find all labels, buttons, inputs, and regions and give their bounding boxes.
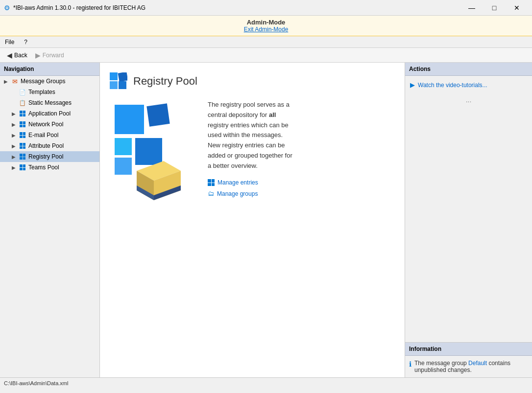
manage-entries-link[interactable]: Manage entries [208, 179, 395, 186]
sidebar-title: Navigation [0, 63, 99, 76]
sidebar-item-registry-pool[interactable]: ▶ Registry Pool [0, 151, 99, 162]
info-title: Information [405, 343, 532, 356]
close-button[interactable]: ✕ [506, 0, 528, 16]
admin-mode-bar: Admin-Mode Exit Admin-Mode [0, 16, 532, 36]
expand-arrow-icon: ▶ [12, 154, 17, 160]
exit-admin-mode-link[interactable]: Exit Admin-Mode [3, 26, 529, 33]
expand-arrow-icon: ▶ [12, 122, 17, 127]
sidebar-item-message-groups[interactable]: ▶ ✉ Message Groups [0, 76, 99, 87]
forward-label: Forward [43, 52, 64, 59]
titlebar-left: ⚙ *IBI-aws Admin 1.30.0 - registered for… [4, 4, 145, 12]
watch-tutorials-link[interactable]: ▶ Watch the video-tutorials... [409, 80, 528, 90]
back-button[interactable]: ◀ Back [4, 50, 30, 60]
sidebar-item-label: Attribute Pool [28, 142, 64, 149]
app-title: *IBI-aws Admin 1.30.0 - registered for I… [13, 4, 145, 11]
info-content: ℹ The message group Default contains unp… [405, 356, 532, 377]
sidebar-item-label: Registry Pool [28, 153, 63, 160]
sidebar-item-label: Static Messages [28, 99, 72, 106]
info-text: The message group Default contains unpub… [414, 360, 528, 373]
svg-rect-3 [119, 81, 126, 89]
watch-tutorials-label: Watch the video-tutorials... [418, 82, 487, 89]
actions-content: ▶ Watch the video-tutorials... [405, 76, 532, 94]
info-icon: ℹ [409, 360, 411, 373]
menu-file[interactable]: File [2, 38, 17, 46]
manage-entries-label: Manage entries [218, 179, 258, 186]
sidebar-item-label: Application Pool [28, 110, 71, 117]
titlebar-controls: — □ ✕ [460, 0, 528, 16]
minimize-button[interactable]: — [460, 0, 483, 16]
info-text-before: The message group [414, 360, 468, 367]
content-body: The registry pool serves as a central de… [110, 100, 395, 212]
registry-header-icon [110, 72, 127, 90]
sidebar-item-label: Teams Pool [28, 164, 59, 171]
svg-rect-4 [115, 105, 144, 134]
menubar: File ? [0, 36, 532, 48]
sidebar-item-attribute-pool[interactable]: ▶ Attribute Pool [0, 140, 99, 151]
status-path: C:\IBI-aws\Admin\Data.xml [4, 380, 68, 386]
sidebar-item-label: Templates [28, 89, 55, 95]
expand-arrow-icon: ▶ [12, 143, 17, 149]
svg-rect-6 [115, 138, 132, 155]
sidebar-item-application-pool[interactable]: ▶ Application Pool [0, 108, 99, 119]
sidebar-item-label: Network Pool [28, 121, 63, 128]
info-section: Information ℹ The message group Default … [405, 342, 532, 377]
expand-arrow-icon: ▶ [12, 133, 17, 138]
manage-groups-icon: 🗂 [208, 190, 214, 197]
teams-pool-icon [19, 163, 26, 171]
registry-graphic [110, 100, 198, 208]
expand-arrow-icon: ▶ [12, 165, 17, 170]
video-icon: ▶ [410, 81, 415, 89]
svg-rect-8 [115, 158, 132, 175]
expand-arrow-icon: ▶ [12, 111, 17, 116]
content-header: Registry Pool [110, 72, 395, 90]
message-groups-icon: ✉ [11, 77, 19, 85]
more-actions-dots: ... [405, 94, 532, 106]
svg-rect-5 [146, 103, 169, 126]
svg-rect-0 [110, 72, 118, 80]
sidebar-item-network-pool[interactable]: ▶ Network Pool [0, 119, 99, 130]
app-icon: ⚙ [4, 4, 10, 12]
attribute-pool-icon [19, 142, 26, 150]
network-pool-icon [19, 120, 26, 128]
application-pool-icon [19, 110, 26, 117]
default-link[interactable]: Default [468, 360, 487, 367]
back-arrow-icon: ◀ [7, 51, 12, 59]
page-title: Registry Pool [133, 75, 197, 88]
forward-button[interactable]: ▶ Forward [32, 50, 67, 60]
registry-illustration [110, 100, 198, 208]
sidebar-item-teams-pool[interactable]: ▶ Teams Pool [0, 162, 99, 173]
maximize-button[interactable]: □ [483, 0, 506, 16]
right-panel: Actions ▶ Watch the video-tutorials... .… [405, 63, 532, 377]
svg-rect-2 [110, 81, 118, 89]
menu-help[interactable]: ? [21, 38, 30, 46]
sidebar: Navigation ▶ ✉ Message Groups 📄 Template… [0, 63, 100, 377]
svg-rect-1 [118, 72, 127, 82]
sidebar-item-static-messages[interactable]: 📋 Static Messages [0, 97, 99, 108]
manage-groups-link[interactable]: 🗂 Manage groups [208, 190, 395, 197]
content-area: Registry Pool [100, 63, 405, 377]
sidebar-item-label: Message Groups [21, 78, 65, 85]
templates-icon: 📄 [19, 88, 26, 96]
statusbar: C:\IBI-aws\Admin\Data.xml [0, 377, 532, 388]
expand-arrow-icon: ▶ [4, 79, 9, 84]
svg-rect-7 [135, 138, 162, 165]
actions-section: Actions ▶ Watch the video-tutorials... .… [405, 63, 532, 342]
back-label: Back [14, 52, 27, 59]
main-container: Navigation ▶ ✉ Message Groups 📄 Template… [0, 63, 532, 377]
sidebar-item-templates[interactable]: 📄 Templates [0, 87, 99, 97]
titlebar: ⚙ *IBI-aws Admin 1.30.0 - registered for… [0, 0, 532, 16]
registry-pool-icon [19, 153, 26, 161]
sidebar-item-label: E-mail Pool [28, 132, 58, 139]
static-messages-icon: 📋 [19, 99, 26, 107]
admin-mode-title: Admin-Mode [3, 19, 529, 26]
toolbar: ◀ Back ▶ Forward [0, 48, 532, 63]
actions-title: Actions [405, 63, 532, 76]
sidebar-item-email-pool[interactable]: ▶ E-mail Pool [0, 130, 99, 140]
manage-groups-label: Manage groups [217, 190, 258, 197]
email-pool-icon [19, 131, 26, 139]
manage-entries-icon [208, 179, 215, 186]
forward-arrow-icon: ▶ [35, 51, 41, 59]
